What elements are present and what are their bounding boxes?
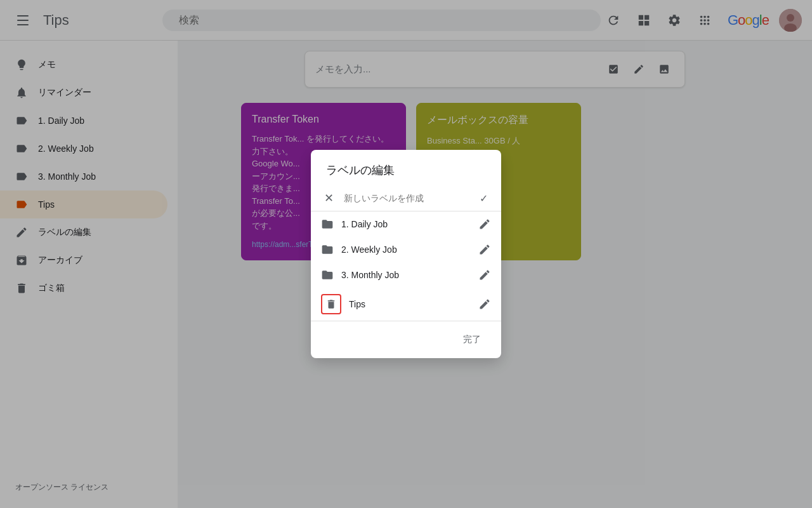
edit-icon-monthly[interactable]	[478, 269, 491, 281]
done-button[interactable]: 完了	[453, 329, 491, 351]
modal-footer: 完了	[311, 321, 501, 358]
label-item-weekly[interactable]: 2. Weekly Job	[311, 237, 501, 262]
modal-new-label-row: ✕ ✓	[311, 185, 501, 211]
label-name-daily: 1. Daily Job	[341, 219, 471, 229]
label-item-tips[interactable]: Tips	[311, 288, 501, 321]
delete-icon-tips	[325, 298, 337, 310]
label-edit-modal: ラベルの編集 ✕ ✓ 1. Daily Job 2. Weekly Job 3.…	[311, 150, 501, 358]
label-item-monthly[interactable]: 3. Monthly Job	[311, 262, 501, 288]
folder-icon-daily	[321, 218, 334, 231]
label-item-daily[interactable]: 1. Daily Job	[311, 211, 501, 237]
edit-icon-weekly[interactable]	[478, 243, 491, 256]
folder-icon-weekly	[321, 243, 334, 256]
edit-icon-daily[interactable]	[478, 218, 491, 231]
new-label-close-icon[interactable]: ✕	[321, 190, 336, 206]
label-name-weekly: 2. Weekly Job	[341, 244, 471, 255]
edit-icon-tips[interactable]	[478, 298, 491, 311]
label-name-monthly: 3. Monthly Job	[341, 270, 471, 280]
tips-delete-button[interactable]	[321, 294, 341, 314]
modal-overlay[interactable]: ラベルの編集 ✕ ✓ 1. Daily Job 2. Weekly Job 3.…	[0, 0, 812, 508]
new-label-confirm-icon[interactable]: ✓	[476, 190, 491, 206]
modal-title: ラベルの編集	[311, 150, 501, 185]
new-label-input[interactable]	[344, 193, 468, 203]
folder-icon-monthly	[321, 269, 334, 281]
label-name-tips: Tips	[349, 299, 471, 309]
